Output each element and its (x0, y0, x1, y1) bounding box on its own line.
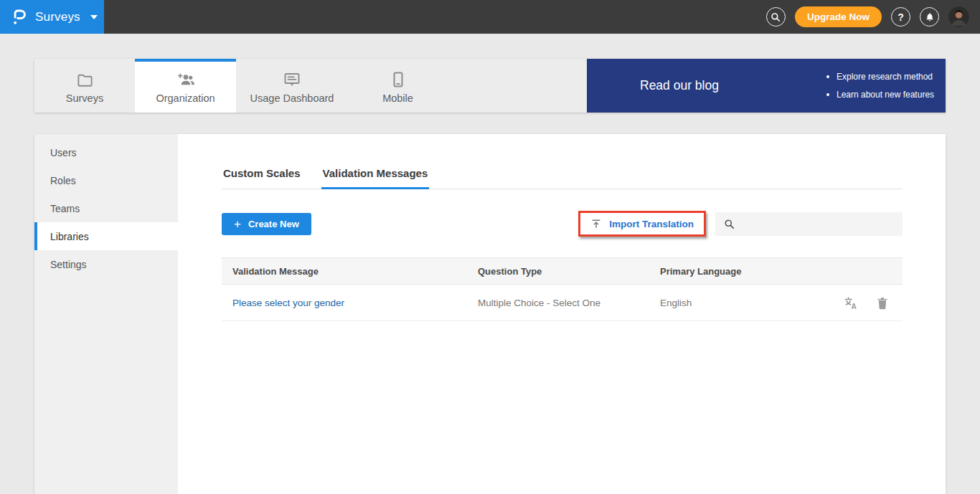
plus-icon: + (234, 218, 241, 230)
banner-bullet: Explore research method (826, 68, 934, 86)
tab-surveys[interactable]: Surveys (34, 59, 135, 113)
nav-row: Surveys Organization (34, 59, 946, 113)
search-icon (771, 12, 781, 22)
row-actions: A (843, 295, 903, 310)
trash-icon[interactable] (877, 296, 888, 310)
toolbar-right: Import Translation (578, 211, 903, 237)
chevron-down-icon (90, 15, 98, 19)
help-icon: ? (897, 11, 904, 23)
search-icon (724, 219, 735, 229)
help-button[interactable]: ? (891, 7, 910, 27)
tab-custom-scales[interactable]: Custom Scales (222, 167, 302, 189)
tab-label: Usage Dashboard (250, 92, 334, 104)
topbar: Surveys Upgrade Now ? (0, 0, 980, 34)
translate-icon[interactable]: A (843, 295, 858, 310)
import-translation-label: Import Translation (609, 219, 694, 229)
svg-text:A: A (852, 302, 857, 310)
dashboard-icon (283, 70, 301, 87)
banner-bullet: Learn about new features (826, 86, 934, 104)
app-menu-button[interactable]: Surveys (0, 0, 104, 34)
tab-label: Mobile (382, 92, 413, 104)
create-new-label: Create New (248, 219, 299, 229)
tab-label: Surveys (66, 92, 103, 104)
create-new-button[interactable]: + Create New (222, 213, 311, 235)
import-translation-button[interactable]: Import Translation (580, 213, 704, 234)
product-switcher-label: Surveys (35, 10, 80, 24)
bell-icon (925, 11, 935, 22)
sidebar-item-roles[interactable]: Roles (34, 166, 178, 194)
tab-organization[interactable]: Organization (135, 59, 236, 113)
sidebar-item-users[interactable]: Users (34, 138, 178, 166)
main-card: Users Roles Teams Libraries Settings Cus… (34, 134, 946, 494)
banner-bullet-list: Explore research method Learn about new … (826, 68, 934, 104)
sidebar-item-libraries[interactable]: Libraries (34, 222, 178, 250)
sidebar-item-settings[interactable]: Settings (34, 250, 178, 278)
table-search-box (715, 212, 903, 236)
mobile-icon (393, 70, 403, 87)
annotation-highlight-box: Import Translation (578, 211, 706, 237)
blog-banner[interactable]: Read our blog Explore research method Le… (587, 59, 946, 113)
questionpro-logo-icon (11, 7, 27, 27)
column-header-question-type: Question Type (478, 266, 660, 277)
add-people-icon (176, 70, 195, 87)
question-type-cell: Multiple Choice - Select One (478, 298, 600, 308)
table-header-row: Validation Message Question Type Primary… (222, 257, 903, 285)
content-area: Custom Scales Validation Messages + Crea… (178, 134, 946, 494)
notifications-button[interactable] (920, 7, 939, 27)
tab-mobile[interactable]: Mobile (348, 59, 448, 113)
module-tab-strip: Surveys Organization (34, 59, 587, 113)
tab-validation-messages[interactable]: Validation Messages (321, 167, 430, 189)
tab-usage-dashboard[interactable]: Usage Dashboard (236, 59, 348, 113)
primary-language-cell: English (660, 298, 692, 308)
upgrade-now-button[interactable]: Upgrade Now (795, 6, 882, 27)
banner-title: Read our blog (640, 78, 719, 93)
avatar[interactable] (948, 6, 969, 27)
table-row: Please select your gender Multiple Choic… (222, 285, 903, 321)
library-tabs: Custom Scales Validation Messages (222, 167, 903, 189)
tab-label: Organization (156, 92, 215, 104)
search-input[interactable] (740, 219, 903, 229)
validation-messages-table: Validation Message Question Type Primary… (222, 257, 903, 321)
search-button[interactable] (766, 7, 786, 27)
sidebar-item-teams[interactable]: Teams (34, 194, 178, 222)
toolbar: + Create New (222, 211, 903, 237)
sidebar: Users Roles Teams Libraries Settings (34, 134, 178, 494)
topbar-actions: Upgrade Now ? (766, 6, 980, 27)
upload-icon (590, 218, 602, 229)
column-header-primary-language: Primary Language (660, 266, 888, 277)
validation-message-link[interactable]: Please select your gender (232, 298, 344, 308)
folder-icon (77, 70, 93, 87)
column-header-validation-message: Validation Message (222, 266, 478, 277)
